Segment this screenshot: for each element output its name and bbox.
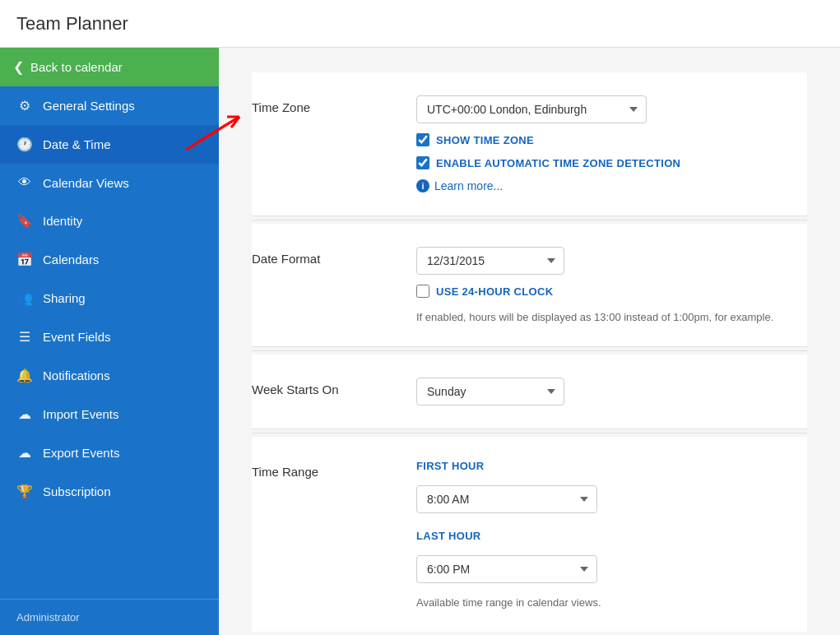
top-bar: Team Planner [0,0,840,48]
content-area: Time Zone UTC+00:00 London, Edinburgh UT… [219,48,840,635]
time-range-section: Time Range FIRST HOUR 12:00 AM 6:00 AM 7… [252,437,807,632]
sidebar-item-subscription[interactable]: 🏆 Subscription [0,472,219,511]
trophy-icon: 🏆 [16,484,33,499]
learn-more-text: Learn more... [434,179,503,192]
show-timezone-label[interactable]: SHOW TIME ZONE [436,134,534,146]
sidebar-item-export-events[interactable]: ☁ Export Events [0,433,219,472]
week-starts-row: Week Starts On Sunday Monday Saturday [252,378,807,406]
sidebar-item-label: Export Events [43,446,119,460]
gear-icon: ⚙ [16,98,33,114]
sidebar-item-label: Notifications [43,368,110,382]
clock-icon: 🕐 [16,137,33,152]
last-hour-select[interactable]: 12:00 PM 1:00 PM 2:00 PM 3:00 PM 4:00 PM… [416,555,597,583]
admin-label: Administrator [16,611,80,623]
sidebar-item-general-settings[interactable]: ⚙ General Settings [0,86,219,125]
week-starts-select[interactable]: Sunday Monday Saturday [416,378,564,406]
first-hour-label: FIRST HOUR [416,460,807,472]
sidebar-item-calendars[interactable]: 📅 Calendars [0,240,219,279]
use-24hr-label[interactable]: USE 24-HOUR CLOCK [436,285,553,298]
eye-icon: 👁 [16,175,33,190]
info-icon: i [416,179,429,192]
date-format-row: Date Format 12/31/2015 31/12/2015 2015-1… [252,247,807,323]
sidebar-item-label: Date & Time [43,137,111,151]
date-format-label: Date Format [252,247,383,266]
auto-detect-row: ENABLE AUTOMATIC TIME ZONE DETECTION [416,156,807,169]
bookmark-icon: 🔖 [16,213,33,229]
sidebar-item-label: Subscription [43,484,111,498]
date-format-section: Date Format 12/31/2015 31/12/2015 2015-1… [252,224,807,347]
page-title: Team Planner [16,13,128,35]
back-arrow-icon: ❮ [13,59,24,75]
download-cloud-icon: ☁ [16,445,33,461]
time-range-content: FIRST HOUR 12:00 AM 6:00 AM 7:00 AM 8:00… [416,460,807,609]
divider-3 [252,433,807,433]
week-starts-label: Week Starts On [252,378,383,396]
week-starts-section: Week Starts On Sunday Monday Saturday [252,355,807,429]
sidebar-item-label: Identity [43,214,82,228]
time-range-row: Time Range FIRST HOUR 12:00 AM 6:00 AM 7… [252,460,807,609]
sidebar-item-sharing[interactable]: 👥 Sharing [0,279,219,318]
date-format-content: 12/31/2015 31/12/2015 2015-12-31 USE 24-… [416,247,807,323]
divider-2 [252,350,807,351]
calendar-icon: 📅 [16,252,33,267]
use-24hr-checkbox[interactable] [416,285,429,298]
sidebar-item-identity[interactable]: 🔖 Identity [0,202,219,240]
upload-cloud-icon: ☁ [16,406,33,422]
first-hour-select[interactable]: 12:00 AM 6:00 AM 7:00 AM 8:00 AM 9:00 AM… [416,485,597,513]
timezone-content: UTC+00:00 London, Edinburgh UTC-05:00 Ea… [416,95,807,192]
timezone-section: Time Zone UTC+00:00 London, Edinburgh UT… [252,72,807,216]
sidebar-item-import-events[interactable]: ☁ Import Events [0,395,219,433]
sidebar-item-label: Import Events [43,407,119,421]
show-timezone-row: SHOW TIME ZONE [416,133,807,146]
sidebar-item-label: General Settings [43,99,135,113]
time-range-label: Time Range [252,460,383,479]
list-icon: ☰ [16,329,33,345]
back-button-label: Back to calendar [30,60,123,74]
back-to-calendar-button[interactable]: ❮ Back to calendar [0,48,219,86]
sidebar-item-label: Event Fields [43,330,111,344]
sidebar-footer: Administrator [0,599,219,635]
sidebar-item-label: Calendar Views [43,176,129,190]
24hr-clock-row: USE 24-HOUR CLOCK [416,285,807,298]
date-format-select[interactable]: 12/31/2015 31/12/2015 2015-12-31 [416,247,564,275]
time-range-hint: Available time range in calendar views. [416,596,807,609]
learn-more-link[interactable]: i Learn more... [416,179,807,192]
sidebar: ❮ Back to calendar ⚙ General Settings 🕐 … [0,48,219,635]
auto-detect-label[interactable]: ENABLE AUTOMATIC TIME ZONE DETECTION [436,157,680,169]
sidebar-item-event-fields[interactable]: ☰ Event Fields [0,318,219,356]
main-layout: ❮ Back to calendar ⚙ General Settings 🕐 … [0,48,840,635]
bell-icon: 🔔 [16,368,33,383]
timezone-row: Time Zone UTC+00:00 London, Edinburgh UT… [252,95,807,192]
auto-detect-checkbox[interactable] [416,156,429,169]
show-timezone-checkbox[interactable] [416,133,429,146]
sidebar-item-date-time[interactable]: 🕐 Date & Time [0,125,219,164]
timezone-select[interactable]: UTC+00:00 London, Edinburgh UTC-05:00 Ea… [416,95,647,123]
sidebar-item-calendar-views[interactable]: 👁 Calendar Views [0,164,219,202]
sidebar-item-label: Sharing [43,291,86,305]
sidebar-item-label: Calendars [43,253,99,267]
24hr-hint: If enabled, hours will be displayed as 1… [416,311,807,323]
last-hour-label: LAST HOUR [416,530,807,542]
sharing-icon: 👥 [16,290,33,306]
sidebar-item-notifications[interactable]: 🔔 Notifications [0,356,219,395]
divider-1 [252,220,807,220]
week-starts-content: Sunday Monday Saturday [416,378,807,406]
timezone-label: Time Zone [252,95,383,114]
